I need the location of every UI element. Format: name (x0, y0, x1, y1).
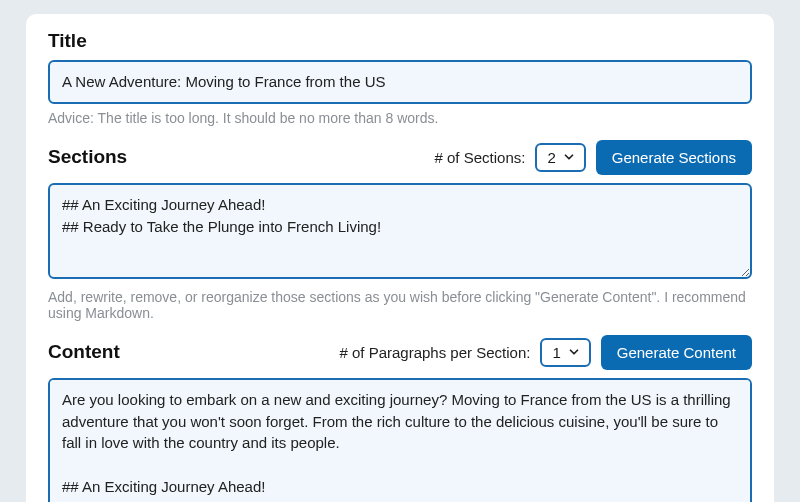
sections-count-label: # of Sections: (435, 149, 526, 166)
sections-advice: Add, rewrite, remove, or reorganize thos… (48, 289, 752, 321)
generate-content-button[interactable]: Generate Content (601, 335, 752, 370)
editor-card: Title Advice: The title is too long. It … (26, 14, 774, 502)
content-textarea[interactable] (48, 378, 752, 502)
title-label: Title (48, 30, 752, 52)
content-label: Content (48, 341, 120, 363)
generate-sections-button[interactable]: Generate Sections (596, 140, 752, 175)
sections-header-row: Sections # of Sections: 2 Generate Secti… (48, 140, 752, 175)
sections-count-select[interactable]: 2 (535, 143, 585, 172)
paragraphs-count-label: # of Paragraphs per Section: (339, 344, 530, 361)
sections-controls: # of Sections: 2 Generate Sections (435, 140, 752, 175)
sections-count-value: 2 (547, 149, 555, 166)
content-controls: # of Paragraphs per Section: 1 Generate … (339, 335, 752, 370)
chevron-down-icon (567, 345, 581, 359)
chevron-down-icon (562, 150, 576, 164)
paragraphs-count-value: 1 (552, 344, 560, 361)
sections-textarea[interactable] (48, 183, 752, 279)
content-header-row: Content # of Paragraphs per Section: 1 G… (48, 335, 752, 370)
title-input[interactable] (48, 60, 752, 104)
title-advice: Advice: The title is too long. It should… (48, 110, 752, 126)
paragraphs-count-select[interactable]: 1 (540, 338, 590, 367)
sections-label: Sections (48, 146, 127, 168)
